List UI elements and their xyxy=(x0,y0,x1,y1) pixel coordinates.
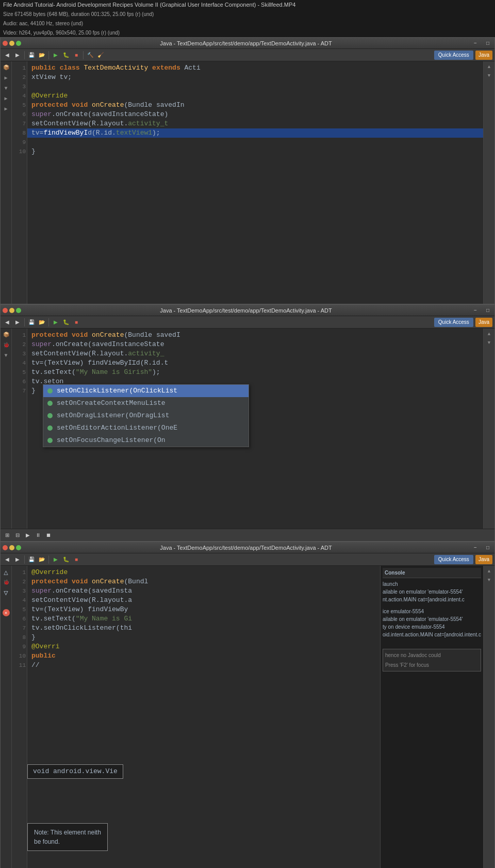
clean-btn[interactable]: 🧹 xyxy=(96,51,105,60)
panel3-maximize-btn[interactable]: □ xyxy=(483,543,492,552)
arrow-icon4[interactable]: ▶ xyxy=(2,105,10,113)
p3-debug-btn[interactable]: 🐛 xyxy=(61,555,71,564)
open-btn[interactable]: 📂 xyxy=(37,51,46,60)
panel1-code[interactable]: public class TextDemoActivity extends Ac… xyxy=(27,61,483,304)
sep1 xyxy=(24,51,25,59)
p2-scroll-down[interactable]: ▼ xyxy=(486,339,493,347)
p2-sep2 xyxy=(48,318,49,326)
panel2-close-dot[interactable] xyxy=(3,308,8,313)
console-line-6: ailable on emulator 'emulator-5554' xyxy=(383,615,481,623)
console-line-7: ty on device emulator-5554 xyxy=(383,623,481,631)
arrow-icon2[interactable]: ▼ xyxy=(2,84,10,92)
console-line-3: nt.action.MAIN cat=[android.intent.c xyxy=(383,596,481,603)
panel2-right-edge: ▲ ▼ xyxy=(483,329,494,529)
panel2-minimize-dot[interactable] xyxy=(9,308,14,313)
green-dot-5 xyxy=(47,438,53,443)
panel1-title: Java - TextDemoApp/src/test/demo/app/Tex… xyxy=(24,40,468,46)
minimize-dot[interactable] xyxy=(9,41,14,46)
panel3-code-row: △ 🐞 ▽ ✕ 1234 5678 91011 @Override protec… xyxy=(1,566,494,868)
panel2-maximize-btn[interactable]: □ xyxy=(483,306,492,315)
panel3-minimize-btn[interactable]: − xyxy=(471,543,480,552)
p2-btn4[interactable]: ⏸ xyxy=(34,531,43,540)
p2-scroll-up[interactable]: ▲ xyxy=(486,331,493,338)
p2-run-btn[interactable]: ▶ xyxy=(51,318,60,327)
p2-stop-btn[interactable]: ■ xyxy=(72,318,81,327)
panel3-toolbar: ◀ ▶ 💾 📂 ▶ 🐛 ■ Quick Access Java xyxy=(1,553,494,566)
stop-btn[interactable]: ■ xyxy=(72,51,81,60)
p3-open-btn[interactable]: 📂 xyxy=(37,555,46,564)
panel3-maximize-dot[interactable] xyxy=(16,545,21,550)
p2-forward-btn[interactable]: ▶ xyxy=(13,318,22,327)
quick-access-btn[interactable]: Quick Access xyxy=(434,51,473,60)
p2-arrow-icon[interactable]: ▼ xyxy=(2,351,10,359)
p2-btn5[interactable]: ⏹ xyxy=(44,531,53,540)
p3-arrow-down[interactable]: ▽ xyxy=(2,588,10,597)
panel2-content: 📦 🐞 ▼ 1234 567 protected void onCreate(B… xyxy=(1,329,494,541)
panel2-minimize-btn[interactable]: − xyxy=(471,306,480,315)
p3-java-badge: Java xyxy=(475,555,492,564)
scroll-up-icon[interactable]: ▲ xyxy=(486,63,493,71)
panel1-title-bar: Java - TextDemoApp/src/test/demo/app/Tex… xyxy=(1,38,494,49)
p3-quick-access-btn[interactable]: Quick Access xyxy=(434,555,473,564)
close-dot[interactable] xyxy=(3,41,8,46)
autocomplete-item-4[interactable]: setOnEditorActionListener(OneE xyxy=(43,422,249,434)
save-btn[interactable]: 💾 xyxy=(27,51,36,60)
p3-scroll-up[interactable]: ▲ xyxy=(486,568,493,575)
p2-quick-access-btn[interactable]: Quick Access xyxy=(434,318,473,327)
p3-scroll-down[interactable]: ▼ xyxy=(486,577,493,584)
panel3-line-numbers: 1234 5678 91011 xyxy=(12,566,27,868)
autocomplete-item-5[interactable]: setOnFocusChangeListener(On xyxy=(43,434,249,447)
autocomplete-dropdown[interactable]: setOnClickListener(OnClickList setOnCrea… xyxy=(43,384,249,447)
maximize-dot[interactable] xyxy=(16,41,21,46)
p2-pkg-icon: 📦 xyxy=(2,331,10,339)
javadoc-hint: hence no Javadoc could Press 'F2' for fo… xyxy=(383,649,481,672)
p3-stop-btn[interactable]: ■ xyxy=(72,555,81,564)
panel3-title: Java - TextDemoApp/src/test/demo/app/Tex… xyxy=(24,545,468,551)
autocomplete-item-2[interactable]: setOnCreateContextMenuListe xyxy=(43,397,249,410)
java-badge: Java xyxy=(475,51,492,60)
autocomplete-text-5: setOnFocusChangeListener(On xyxy=(57,436,244,445)
tooltip-note: Note: This element neith be found. xyxy=(27,823,108,851)
p2-save-btn[interactable]: 💾 xyxy=(27,318,36,327)
p2-back-btn[interactable]: ◀ xyxy=(3,318,12,327)
forward-btn[interactable]: ▶ xyxy=(13,51,22,60)
p2-java-badge: Java xyxy=(475,318,492,327)
panel3-close-dot[interactable] xyxy=(3,545,8,550)
arrow-icon1[interactable]: ▶ xyxy=(2,74,10,82)
run-btn[interactable]: ▶ xyxy=(51,51,60,60)
p2-open-btn[interactable]: 📂 xyxy=(37,318,46,327)
p3-back-btn[interactable]: ◀ xyxy=(3,555,12,564)
p3-save-btn[interactable]: 💾 xyxy=(27,555,36,564)
panel3-right-edge: ▲ ▼ xyxy=(483,566,494,868)
scroll-down-icon[interactable]: ▼ xyxy=(486,72,493,79)
console-line-4 xyxy=(383,603,481,608)
autocomplete-text-1: setOnClickListener(OnClickList xyxy=(57,386,244,396)
green-dot-1 xyxy=(47,388,53,394)
autocomplete-item-3[interactable]: setOnDragListener(OnDragList xyxy=(43,410,249,422)
panel1-toolbar: ◀ ▶ 💾 📂 ▶ 🐛 ■ 🔨 🧹 Quick Access Java xyxy=(1,49,494,61)
build-btn[interactable]: 🔨 xyxy=(86,51,95,60)
panel1-minimize-btn[interactable]: − xyxy=(471,39,480,48)
panel2-line-numbers: 1234 567 xyxy=(12,329,27,529)
meta-line2: Audio: aac, 44100 Hz, stereo (und) xyxy=(0,19,495,28)
panel2-code[interactable]: protected void onCreate(Bundle savedI su… xyxy=(27,329,483,529)
p3-forward-btn[interactable]: ▶ xyxy=(13,555,22,564)
debug-btn[interactable]: 🐛 xyxy=(61,51,71,60)
panel3-code[interactable]: @Override protected void onCreate(Bundl … xyxy=(27,566,380,868)
back-btn[interactable]: ◀ xyxy=(3,51,12,60)
autocomplete-item-1[interactable]: setOnClickListener(OnClickList xyxy=(43,385,249,397)
console-line-2: ailable on emulator 'emulator-5554' xyxy=(383,588,481,596)
p3-arrow-up[interactable]: △ xyxy=(2,568,10,576)
p2-toolbar-right: Quick Access Java xyxy=(434,318,492,327)
p2-btn3[interactable]: ▶ xyxy=(23,531,32,540)
p2-debug-btn[interactable]: 🐛 xyxy=(61,318,71,327)
panel1-maximize-btn[interactable]: □ xyxy=(483,39,492,48)
panel2-title-bar: Java - TextDemoApp/src/test/demo/app/Tex… xyxy=(1,305,494,316)
p3-run-btn[interactable]: ▶ xyxy=(51,555,60,564)
panel3-minimize-dot[interactable] xyxy=(9,545,14,550)
panel2-maximize-dot[interactable] xyxy=(16,308,21,313)
arrow-icon3[interactable]: ▶ xyxy=(2,94,10,103)
p2-btn1[interactable]: ⊞ xyxy=(3,531,12,540)
p2-btn2[interactable]: ⊟ xyxy=(13,531,22,540)
meta-line1: Size 671458 bytes (648 MB), duration 001… xyxy=(0,9,495,19)
